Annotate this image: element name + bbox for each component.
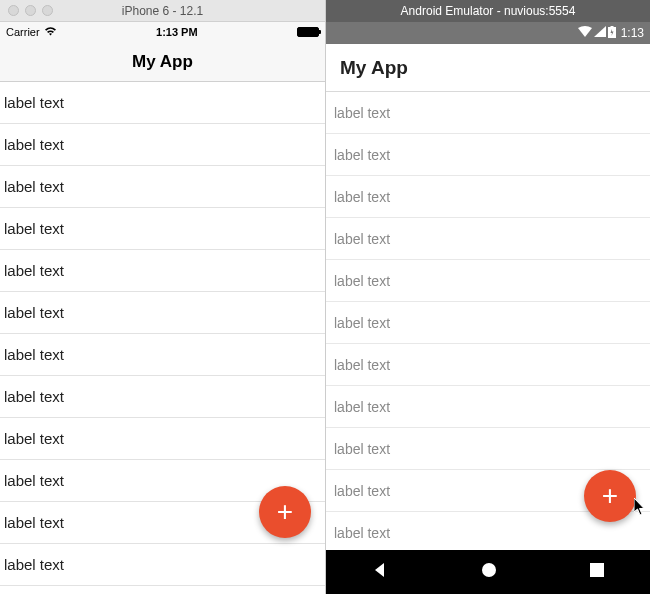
android-nav-bar [326,550,650,594]
wifi-icon [44,26,57,38]
list-item[interactable]: label text [0,166,325,208]
maximize-icon[interactable] [42,5,53,16]
list-item-label: label text [4,556,64,573]
recents-icon[interactable] [589,562,605,582]
list-item-label: label text [334,273,390,289]
list-item-label: label text [4,514,64,531]
ios-simulator: iPhone 6 - 12.1 Carrier 1:13 PM My App l… [0,0,326,594]
list-item-label: label text [334,315,390,331]
list-item-label: label text [4,388,64,405]
list-item-label: label text [4,94,64,111]
list-item-label: label text [334,357,390,373]
battery-icon [297,27,319,37]
svg-rect-1 [610,26,613,28]
list-item[interactable]: label text [326,260,650,302]
list-item-label: label text [334,105,390,121]
plus-icon: + [602,480,618,512]
list-item[interactable]: label text [0,208,325,250]
list-item-label: label text [334,441,390,457]
carrier-label: Carrier [6,26,40,38]
list-item-label: label text [4,220,64,237]
list-item[interactable]: label text [0,334,325,376]
list-item[interactable]: label text [326,344,650,386]
close-icon[interactable] [8,5,19,16]
list-item[interactable]: label text [0,376,325,418]
android-emulator: Android Emulator - nuvious:5554 1:13 My … [326,0,650,594]
list-item-label: label text [4,430,64,447]
list-item[interactable]: label text [0,124,325,166]
list-item-label: label text [334,483,390,499]
list-item-label: label text [334,189,390,205]
home-icon[interactable] [480,561,498,583]
window-controls[interactable] [8,5,53,16]
back-icon[interactable] [371,561,389,583]
android-window-chrome: Android Emulator - nuvious:5554 [326,0,650,22]
list-item[interactable]: label text [326,134,650,176]
battery-icon [608,26,616,41]
android-status-bar: 1:13 [326,22,650,44]
list-item[interactable]: label text [0,418,325,460]
page-title: My App [132,52,193,72]
list-item-label: label text [4,472,64,489]
android-app-header: My App [326,44,650,92]
list-item[interactable]: label text [326,176,650,218]
add-button[interactable]: + [259,486,311,538]
minimize-icon[interactable] [25,5,36,16]
list-item-label: label text [334,399,390,415]
signal-icon [594,26,606,40]
list-item-label: label text [334,525,390,541]
list-item[interactable]: label text [326,386,650,428]
list-item[interactable]: label text [0,292,325,334]
list-item-label: label text [4,136,64,153]
list-item-label: label text [4,304,64,321]
svg-point-2 [482,563,496,577]
add-button[interactable]: + [584,470,636,522]
svg-rect-3 [590,563,604,577]
ios-app-header: My App [0,42,325,82]
list-item[interactable]: label text [326,428,650,470]
page-title: My App [340,57,408,79]
android-window-title: Android Emulator - nuvious:5554 [401,4,576,18]
wifi-icon [578,26,592,40]
list-item-label: label text [334,147,390,163]
list-item[interactable]: label text [0,544,325,586]
plus-icon: + [277,496,293,528]
list-item-label: label text [4,346,64,363]
ios-window-chrome: iPhone 6 - 12.1 [0,0,325,22]
list-item[interactable]: label text [0,82,325,124]
ios-status-bar: Carrier 1:13 PM [0,22,325,42]
list-item-label: label text [4,178,64,195]
list-item-label: label text [4,262,64,279]
ios-time: 1:13 PM [156,26,198,38]
list-item[interactable]: label text [326,218,650,260]
android-time: 1:13 [621,26,644,40]
list-item[interactable]: label text [0,250,325,292]
list-item-label: label text [334,231,390,247]
list-item[interactable]: label text [326,92,650,134]
list-item[interactable]: label text [326,302,650,344]
